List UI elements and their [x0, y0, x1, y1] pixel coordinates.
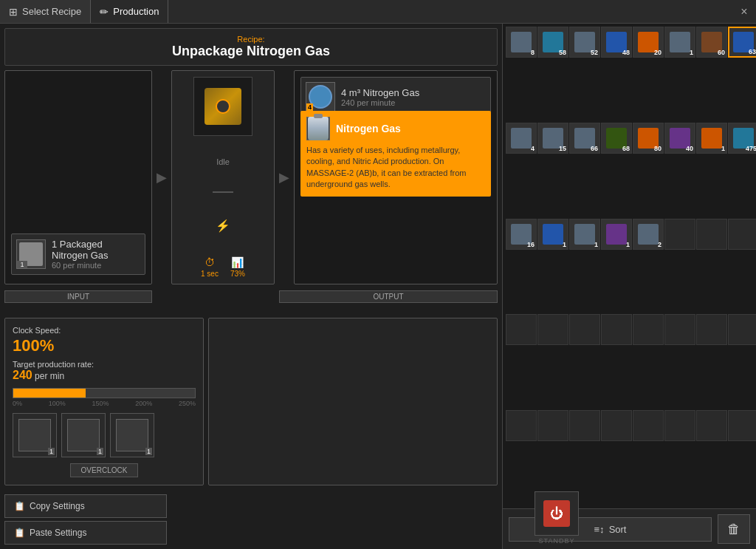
- copy-settings-button[interactable]: 📋 Copy Settings: [4, 494, 167, 518]
- input-box: 1 1 Packaged Nitrogen Gas 60 per minute: [4, 70, 152, 284]
- close-button[interactable]: ×: [732, 0, 756, 24]
- target-unit: per min: [35, 371, 64, 381]
- output-item-name: 4 m³ Nitrogen Gas: [341, 87, 419, 98]
- output-label-btn[interactable]: OUTPUT: [279, 290, 498, 303]
- mini-slot-2[interactable]: 1: [61, 413, 106, 457]
- machine-image: [193, 77, 252, 136]
- tab-production-label: Production: [113, 6, 159, 17]
- mini-slot-inner-3: [116, 419, 148, 451]
- inventory-slot-28[interactable]: [633, 314, 664, 345]
- inventory-slot-33[interactable]: [537, 410, 568, 441]
- progress-fill: [13, 389, 86, 398]
- inventory-slot-27[interactable]: [601, 314, 632, 345]
- inventory-slot-8[interactable]: 4: [506, 123, 537, 154]
- input-label-btn[interactable]: INPUT: [4, 290, 152, 303]
- inv-count-18: 1: [594, 241, 598, 248]
- item-slots-row: 1 1 1: [13, 413, 196, 457]
- inv-count-14: 1: [721, 145, 725, 152]
- inventory-slot-2[interactable]: 52: [569, 27, 600, 58]
- inventory-slot-38[interactable]: [696, 410, 727, 441]
- inventory-slot-39[interactable]: [728, 410, 756, 441]
- bottom-section: Clock Speed: 100% Target production rate…: [4, 318, 498, 485]
- clock-label: Clock Speed:: [13, 326, 196, 335]
- mini-slot-inner-2: [67, 419, 100, 451]
- tooltip-title: Nitrogen Gas: [336, 123, 401, 134]
- io-labels-row: INPUT OUTPUT: [4, 290, 498, 303]
- input-item-icon: 1: [16, 239, 46, 269]
- inventory-slot-25[interactable]: [537, 314, 568, 345]
- inventory-slot-22[interactable]: [696, 219, 727, 250]
- inventory-slot-29[interactable]: [664, 314, 695, 345]
- inventory-slot-10[interactable]: 66: [569, 123, 600, 154]
- input-item: 1 1 Packaged Nitrogen Gas 60 per minute: [11, 233, 145, 275]
- inventory-slot-18[interactable]: 1: [569, 219, 600, 250]
- inventory-slot-24[interactable]: [506, 314, 537, 345]
- mini-badge-1: 1: [48, 448, 55, 455]
- mini-badge-2: 1: [97, 448, 103, 455]
- inventory-slot-34[interactable]: [569, 410, 600, 441]
- standby-button[interactable]: ⏻: [535, 491, 579, 536]
- inventory-slot-36[interactable]: [633, 410, 664, 441]
- delete-button[interactable]: 🗑: [718, 514, 750, 544]
- inventory-slot-14[interactable]: 1: [696, 123, 727, 154]
- tab-select-recipe[interactable]: ⊞ Select Recipe: [0, 0, 91, 23]
- inventory-slot-4[interactable]: 20: [633, 27, 664, 58]
- inventory-slot-23[interactable]: [728, 219, 756, 250]
- inventory-slot-26[interactable]: [569, 314, 600, 345]
- inventory-slot-15[interactable]: 475: [728, 123, 756, 154]
- inventory-slot-3[interactable]: 48: [601, 27, 632, 58]
- paste-settings-label: Paste Settings: [30, 528, 86, 538]
- inventory-slot-5[interactable]: 1: [664, 27, 695, 58]
- production-icon: ✏: [100, 6, 109, 18]
- inventory-slot-35[interactable]: [601, 410, 632, 441]
- inv-count-6: 60: [718, 49, 725, 56]
- inventory-slot-16[interactable]: 16: [506, 219, 537, 250]
- stat-efficiency: 📊 73%: [230, 256, 245, 278]
- mini-slot-3[interactable]: 1: [110, 413, 154, 457]
- bar-chart-icon: 📊: [231, 256, 244, 268]
- inv-count-7: 63: [749, 48, 756, 55]
- inventory-slot-7[interactable]: 63: [728, 27, 756, 58]
- mini-badge-3: 1: [145, 448, 152, 455]
- inventory-slot-31[interactable]: [728, 314, 756, 345]
- output-item-rate: 240 per minute: [341, 98, 419, 107]
- overclock-button[interactable]: OVERCLOCK: [70, 463, 139, 477]
- output-item-badge: 4: [306, 103, 313, 111]
- clock-icon: ⏱: [205, 256, 215, 268]
- tab-select-recipe-label: Select Recipe: [22, 6, 81, 17]
- left-panel: Recipe: Unpackage Nitrogen Gas 1 1 Packa…: [0, 24, 502, 549]
- mini-slot-1[interactable]: 1: [13, 413, 57, 457]
- inventory-slot-6[interactable]: 60: [696, 27, 727, 58]
- inventory-slot-1[interactable]: 58: [537, 27, 568, 58]
- inv-count-5: 1: [690, 49, 693, 56]
- inventory-slot-20[interactable]: 2: [633, 219, 664, 250]
- inv-item-img-20: [638, 224, 659, 245]
- machine-visual: [197, 81, 249, 132]
- progress-bar-container[interactable]: 0% 100% 150% 200% 250%: [13, 388, 196, 407]
- inventory-slot-0[interactable]: 8: [506, 27, 537, 58]
- paste-settings-button[interactable]: 📋 Paste Settings: [4, 521, 167, 545]
- inv-count-8: 4: [531, 145, 535, 152]
- inv-count-0: 8: [531, 49, 535, 56]
- inv-count-13: 40: [686, 145, 693, 152]
- tab-production[interactable]: ✏ Production: [91, 0, 168, 23]
- inventory-slot-9[interactable]: 15: [537, 123, 568, 154]
- machine-status: Idle: [216, 157, 230, 166]
- inventory-slot-13[interactable]: 40: [664, 123, 695, 154]
- inventory-slot-19[interactable]: 1: [601, 219, 632, 250]
- inventory-slot-11[interactable]: 68: [601, 123, 632, 154]
- inventory-slot-32[interactable]: [506, 410, 537, 441]
- arrow-right: ▶: [278, 70, 291, 284]
- arrow-left: ▶: [155, 70, 168, 284]
- progress-markers: 0% 100% 150% 200% 250%: [13, 400, 196, 407]
- progress-track: [13, 388, 196, 398]
- recipe-label: Recipe:: [11, 35, 491, 44]
- inventory-slot-12[interactable]: 80: [633, 123, 664, 154]
- inventory-slot-21[interactable]: [664, 219, 695, 250]
- nitrogen-gas-icon: [308, 117, 329, 140]
- inv-count-2: 52: [591, 49, 598, 56]
- inventory-slot-37[interactable]: [664, 410, 695, 441]
- standby-power-icon: ⏻: [543, 500, 570, 527]
- inventory-slot-30[interactable]: [696, 314, 727, 345]
- inventory-slot-17[interactable]: 1: [537, 219, 568, 250]
